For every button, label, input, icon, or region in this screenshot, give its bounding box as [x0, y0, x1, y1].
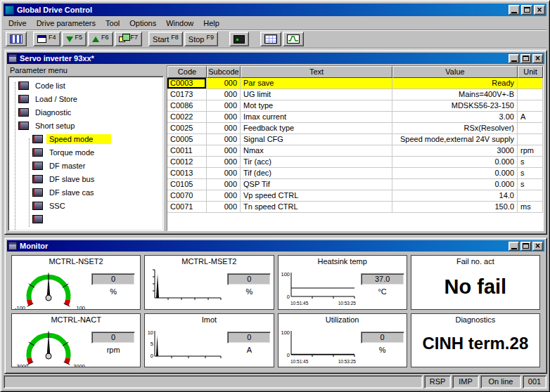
- terminal-io-button[interactable]: [229, 32, 249, 46]
- inverter-titlebar[interactable]: Servo inverter 93xx* ×: [7, 53, 544, 64]
- servo-inverter-window: Servo inverter 93xx* × Parameter menu Co…: [4, 50, 547, 235]
- monitor-panel-nset2: MCTRL-NSET2 -100 100: [11, 255, 141, 310]
- tree-item-speed-mode[interactable]: Speed mode: [8, 132, 163, 145]
- menu-help[interactable]: Help: [198, 18, 224, 28]
- table-row[interactable]: C0105000QSP Tif0.000s: [167, 179, 543, 190]
- minimize-icon: [511, 60, 517, 62]
- nset2-gauge: -100 100: [13, 267, 87, 310]
- tree-item-partial[interactable]: [8, 212, 163, 226]
- upload-parameters-button[interactable]: F6: [88, 32, 113, 46]
- maximize-icon: [523, 55, 529, 61]
- table-row[interactable]: C0005000Signal CFGSpeed mode,external 24…: [167, 134, 543, 145]
- table-row[interactable]: C0070000Vp speed CTRL14.0: [167, 190, 543, 202]
- close-button[interactable]: ×: [534, 5, 545, 15]
- monitor-titlebar[interactable]: Monitor ×: [7, 240, 544, 251]
- tree-item-code-list[interactable]: Code list: [8, 79, 163, 92]
- gauge-min-label: -3000: [15, 363, 28, 368]
- tree-item-load-store[interactable]: Load / Store: [8, 92, 163, 105]
- monitor-panel-utilization: Utilization 100 0 10:51:45 10:53:25 0: [278, 313, 407, 368]
- menu-tool[interactable]: Tool: [101, 18, 124, 28]
- parameter-menu-button[interactable]: F4: [33, 32, 60, 46]
- oscilloscope-button[interactable]: [283, 32, 304, 46]
- maximize-button[interactable]: [520, 54, 531, 63]
- upload-icon: [92, 37, 99, 42]
- imot-chart: 10 5 0: [146, 325, 225, 366]
- unit-label: %: [110, 287, 117, 296]
- app-icon: [5, 6, 14, 15]
- value-display: 0: [91, 332, 135, 344]
- minimize-button[interactable]: [509, 5, 520, 15]
- panel-title: Fail no. act: [411, 256, 539, 267]
- table-row[interactable]: C0013000Tif (dec)0.000s: [167, 168, 543, 179]
- menu-drive[interactable]: Drive: [4, 18, 32, 28]
- tree-item-df-master[interactable]: DF master: [8, 159, 163, 172]
- drive-list-icon: [10, 34, 23, 44]
- table-row[interactable]: C0003000Par saveReady: [167, 78, 543, 89]
- parameter-menu-icon: [37, 35, 46, 43]
- download-icon: [66, 37, 73, 42]
- parameter-group-icon: [18, 108, 29, 117]
- status-online: On line: [480, 375, 521, 388]
- maximize-button[interactable]: [520, 242, 531, 251]
- maximize-icon: [523, 243, 529, 249]
- y-tick-label: 10: [148, 329, 153, 336]
- separator: [4, 48, 546, 49]
- menu-drive-parameters[interactable]: Drive parameters: [32, 18, 101, 28]
- column-header-unit[interactable]: Unit: [518, 66, 543, 78]
- minimize-icon: [511, 248, 517, 249]
- window-title: Global Drive Control: [17, 6, 509, 14]
- inverter-window-icon: [8, 54, 17, 63]
- minimize-button[interactable]: [509, 54, 519, 63]
- maximize-icon: [524, 7, 530, 13]
- table-row[interactable]: C0173000UG limitMains=400V+-B: [167, 89, 543, 100]
- monitor-panel-nact: MCTRL-NACT -3000 3000: [11, 313, 141, 368]
- column-header-value[interactable]: Value: [392, 66, 518, 78]
- monitor-panel-fail: Fail no. act No fail: [411, 255, 540, 310]
- close-button[interactable]: ×: [532, 242, 543, 251]
- table-row[interactable]: C0025000Feedback typeRSx(Resolver): [167, 123, 543, 134]
- parameter-group-icon: [32, 188, 43, 197]
- close-icon: ×: [535, 54, 540, 63]
- tree-item-ssc[interactable]: SSC: [8, 199, 163, 212]
- tree-item-diagnostic[interactable]: Diagnostic: [8, 105, 163, 119]
- parameter-group-icon: [32, 215, 43, 223]
- table-row[interactable]: C0012000Tir (acc)0.000s: [167, 157, 543, 168]
- gauge-max-label: 3000: [73, 363, 85, 368]
- main-titlebar[interactable]: Global Drive Control ×: [4, 4, 546, 16]
- maximize-button[interactable]: [521, 5, 532, 15]
- minimize-button[interactable]: [509, 242, 519, 251]
- drive-list-button[interactable]: [6, 32, 27, 46]
- column-header-code[interactable]: Code: [167, 66, 207, 78]
- tree-item-df-slave-cas[interactable]: DF slave cas: [8, 185, 163, 199]
- table-row[interactable]: C0071000Tn speed CTRL150.0ms: [167, 202, 543, 213]
- menu-options[interactable]: Options: [124, 18, 161, 28]
- mset2-chart: [146, 267, 225, 308]
- parameter-group-icon: [32, 175, 43, 183]
- compare-parameters-button[interactable]: F7: [115, 32, 143, 46]
- parameter-group-icon: [32, 162, 43, 170]
- panel-title: Heatsink temp: [279, 256, 407, 267]
- stop-button[interactable]: StopF9: [184, 32, 218, 46]
- table-row[interactable]: C0022000Imax current3.00A: [167, 112, 543, 123]
- tree-item-df-slave-bus[interactable]: DF slave bus: [8, 172, 163, 185]
- parameter-table: Code Subcode Text Value Unit C0003000Par…: [167, 65, 544, 231]
- tree-item-torque-mode[interactable]: Torque mode: [8, 145, 163, 159]
- monitor-panel-mset2: MCTRL-MSET2 0 %: [144, 255, 274, 310]
- tree-item-short-setup[interactable]: Short setup: [8, 119, 163, 132]
- status-node-number: 001: [523, 375, 546, 388]
- unit-label: rpm: [107, 346, 120, 354]
- download-parameters-button[interactable]: F5: [62, 32, 87, 46]
- monitor-grid-icon: [264, 34, 277, 44]
- column-header-text[interactable]: Text: [241, 66, 392, 78]
- monitor-window-button[interactable]: [260, 32, 281, 46]
- fkey-label: F9: [206, 34, 214, 41]
- close-button[interactable]: ×: [532, 54, 543, 63]
- panel-title: MCTRL-NACT: [12, 314, 140, 325]
- table-row[interactable]: C0011000Nmax3000rpm: [167, 145, 543, 157]
- table-body: C0003000Par saveReady C0173000UG limitMa…: [167, 78, 543, 230]
- table-row[interactable]: C0086000Mot typeMDSKS56-23-150: [167, 100, 543, 112]
- column-header-subcode[interactable]: Subcode: [207, 66, 241, 78]
- start-button[interactable]: StartF8: [148, 32, 183, 46]
- menu-window[interactable]: Window: [161, 18, 198, 28]
- parameter-group-icon: [32, 135, 43, 143]
